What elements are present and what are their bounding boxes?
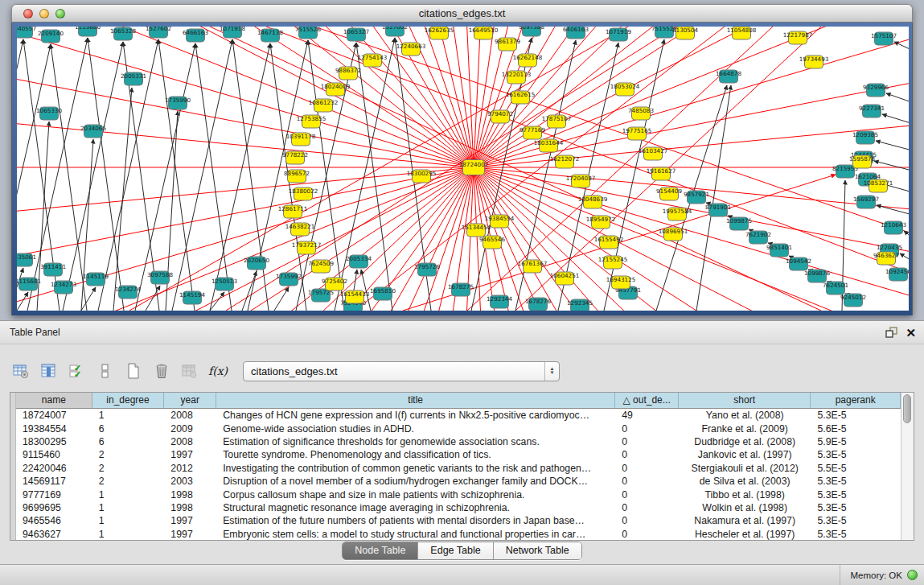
table-row[interactable]: 1938455462009Genome-wide association stu… [16, 422, 901, 435]
cell-out_de[interactable]: 0 [615, 463, 679, 474]
cell-year[interactable]: 2003 [164, 476, 216, 487]
graph-node[interactable]: 1735990 [165, 97, 191, 109]
delete-column-icon[interactable] [150, 360, 173, 382]
graph-node[interactable]: 1695810 [370, 287, 396, 300]
cell-year[interactable]: 1997 [164, 529, 216, 540]
graph-node[interactable]: 17204087 [566, 175, 596, 187]
cell-out_de[interactable]: 0 [615, 515, 679, 526]
cell-in_degree[interactable]: 1 [92, 529, 165, 540]
cell-name[interactable]: 19384554 [16, 423, 92, 435]
cell-pagerank[interactable]: 5.9E-5 [811, 436, 901, 447]
graph-node[interactable]: 9778222 [282, 151, 308, 164]
delete-table-icon[interactable] [179, 360, 201, 382]
cell-in_degree[interactable]: 6 [92, 436, 165, 447]
cell-short[interactable]: Jankovic et al. (1997) [679, 449, 811, 460]
graph-node[interactable]: 8130504 [672, 27, 698, 39]
graph-node[interactable]: 19957584 [663, 208, 692, 220]
table-row[interactable]: 1830029562008Estimation of significance … [16, 435, 901, 448]
table-select-combobox[interactable]: citations_edges.txt▲▼ [243, 361, 560, 381]
graph-node[interactable]: 18024009 [321, 83, 351, 96]
cell-pagerank[interactable]: 5.3E-5 [811, 476, 901, 487]
memory-indicator[interactable]: Memory: OK [840, 565, 918, 585]
graph-node[interactable]: 1099875 [726, 217, 752, 230]
graph-node[interactable]: 19161627 [647, 167, 676, 180]
graph-node[interactable]: 7515526 [295, 27, 321, 39]
cell-name[interactable]: 9699695 [16, 502, 92, 513]
cell-pagerank[interactable]: 5.3E-5 [811, 529, 901, 540]
graph-node[interactable]: 11054808 [727, 27, 757, 39]
graph-node[interactable]: 12753855 [297, 115, 326, 128]
cell-title[interactable]: Estimation of significance thresholds fo… [216, 436, 615, 447]
table-scrollbar[interactable] [901, 393, 914, 540]
graph-node[interactable]: 17875107 [542, 115, 572, 128]
cell-title[interactable]: Tourette syndrome. Phenomenology and cla… [216, 449, 615, 460]
cell-short[interactable]: Wolkin et al. (1998) [679, 502, 811, 513]
graph-node[interactable]: 9463627 [873, 252, 899, 265]
tab-edge-table[interactable]: Edge Table [418, 542, 493, 559]
cell-year[interactable]: 2009 [164, 423, 216, 435]
graph-node[interactable]: 13220173 [502, 71, 532, 84]
graph-node[interactable]: 9329966 [863, 84, 889, 97]
table-row[interactable]: 946554611997Estimation of the future num… [16, 514, 901, 527]
graph-node[interactable]: 12217987 [783, 31, 813, 44]
graph-node[interactable]: 1145194 [179, 291, 205, 304]
graph-node[interactable]: 9857921 [684, 191, 709, 204]
column-header-name[interactable]: name [16, 393, 92, 408]
graph-node[interactable]: 18031644 [534, 139, 564, 152]
graph-node[interactable]: 9097588 [519, 27, 544, 36]
cell-in_degree[interactable]: 1 [92, 502, 165, 513]
cell-in_degree[interactable]: 2 [92, 476, 165, 487]
column-header-short[interactable]: short [679, 393, 811, 408]
graph-node[interactable]: 10391178 [286, 133, 316, 146]
cell-year[interactable]: 2012 [164, 463, 216, 474]
cell-out_de[interactable]: 0 [615, 436, 679, 447]
table-row[interactable]: 1872400712008Changes of HCN gene express… [16, 409, 901, 422]
graph-node[interactable]: 7485083 [628, 107, 654, 120]
graph-node[interactable]: 1094542 [786, 257, 811, 270]
graph-node[interactable]: 1145119 [83, 273, 109, 286]
cell-short[interactable]: Hescheler et al. (1997) [679, 529, 811, 540]
unselect-all-icon[interactable] [94, 360, 117, 382]
graph-node[interactable]: 1678276 [525, 298, 551, 311]
cell-year[interactable]: 2008 [164, 436, 216, 447]
cell-short[interactable]: Tibbo et al. (1998) [679, 489, 811, 501]
graph-node[interactable]: 1209385 [852, 131, 878, 144]
graph-node[interactable]: 1099876 [804, 270, 830, 282]
graph-node[interactable]: 2020650 [244, 257, 269, 270]
graph-node[interactable]: 12240663 [396, 43, 426, 56]
graph-node[interactable]: 1575107 [871, 32, 897, 45]
graph-node[interactable]: 3911411 [40, 263, 66, 276]
cell-in_degree[interactable]: 1 [92, 489, 165, 501]
cell-title[interactable]: Genome-wide association studies in ADHD. [216, 423, 615, 435]
graph-node[interactable]: 8896572 [284, 170, 310, 183]
close-panel-icon[interactable]: ✕ [906, 327, 916, 339]
cell-year[interactable]: 1998 [164, 502, 216, 513]
graph-node[interactable]: 1340557 [17, 27, 36, 38]
cell-in_degree[interactable]: 2 [92, 449, 165, 460]
cell-short[interactable]: Franke et al. (2009) [679, 423, 811, 435]
cell-name[interactable]: 9115460 [16, 449, 92, 460]
table-row[interactable]: 1456911722003Disruption of a novel membe… [16, 475, 901, 488]
graph-node[interactable]: 16761367 [518, 260, 548, 273]
column-header-in_degree[interactable]: in_degree [92, 393, 165, 408]
graph-node[interactable]: 1234273 [51, 281, 76, 294]
graph-node[interactable]: 1292345 [567, 299, 593, 311]
cell-out_de[interactable]: 0 [615, 489, 679, 501]
cell-out_de[interactable]: 49 [615, 410, 679, 421]
graph-node[interactable]: 9794072 [487, 110, 513, 123]
cell-name[interactable]: 18300295 [16, 436, 92, 447]
cell-out_de[interactable]: 0 [615, 529, 679, 540]
graph-node[interactable]: 1092450 [885, 268, 909, 281]
graph-node[interactable]: 14638221 [285, 223, 315, 236]
new-column-icon[interactable] [122, 360, 145, 382]
table-row[interactable]: 969969511998Structural magnetic resonanc… [16, 501, 901, 514]
graph-node[interactable]: 7621902 [745, 231, 771, 244]
graph-node[interactable]: 12861711 [278, 205, 308, 218]
cell-name[interactable]: 9463627 [16, 529, 92, 540]
cell-out_de[interactable]: 0 [615, 449, 679, 460]
graph-node[interactable]: 1234274 [115, 286, 141, 299]
graph-node[interactable]: 3097588 [147, 271, 173, 284]
graph-node[interactable]: 1664878 [716, 70, 741, 83]
graph-node[interactable]: 16155492 [594, 236, 624, 249]
graph-node[interactable]: 9725402 [322, 278, 347, 290]
